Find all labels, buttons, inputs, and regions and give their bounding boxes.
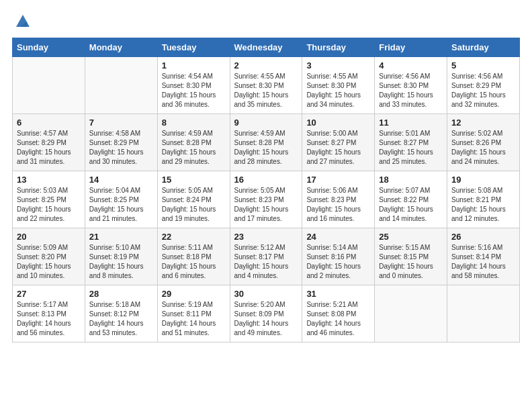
day-info: Sunrise: 5:03 AM Sunset: 8:25 PM Dayligh… bbox=[17, 186, 81, 224]
page: SundayMondayTuesdayWednesdayThursdayFrid… bbox=[0, 0, 532, 411]
calendar-cell: 18Sunrise: 5:07 AM Sunset: 8:22 PM Dayli… bbox=[375, 171, 447, 228]
day-number: 16 bbox=[234, 175, 298, 185]
weekday-header-thursday: Thursday bbox=[302, 38, 375, 57]
day-number: 23 bbox=[234, 232, 298, 242]
day-info: Sunrise: 5:17 AM Sunset: 8:13 PM Dayligh… bbox=[17, 300, 81, 338]
calendar-cell: 27Sunrise: 5:17 AM Sunset: 8:13 PM Dayli… bbox=[13, 285, 85, 342]
day-number: 4 bbox=[379, 60, 443, 71]
day-info: Sunrise: 5:20 AM Sunset: 8:09 PM Dayligh… bbox=[234, 300, 298, 338]
day-number: 29 bbox=[162, 289, 226, 299]
header bbox=[12, 12, 520, 31]
day-number: 28 bbox=[89, 289, 153, 299]
day-number: 3 bbox=[306, 60, 370, 71]
calendar-cell: 21Sunrise: 5:10 AM Sunset: 8:19 PM Dayli… bbox=[85, 228, 157, 285]
day-number: 31 bbox=[306, 289, 370, 299]
calendar-week-row: 27Sunrise: 5:17 AM Sunset: 8:13 PM Dayli… bbox=[13, 285, 520, 342]
day-number: 18 bbox=[379, 175, 443, 185]
calendar-cell bbox=[447, 285, 520, 342]
day-info: Sunrise: 5:04 AM Sunset: 8:25 PM Dayligh… bbox=[89, 186, 153, 224]
day-number: 1 bbox=[162, 60, 226, 71]
calendar-week-row: 6Sunrise: 4:57 AM Sunset: 8:29 PM Daylig… bbox=[13, 114, 520, 171]
day-info: Sunrise: 5:08 AM Sunset: 8:21 PM Dayligh… bbox=[451, 186, 515, 224]
day-number: 12 bbox=[451, 118, 515, 128]
calendar-cell: 31Sunrise: 5:21 AM Sunset: 8:08 PM Dayli… bbox=[302, 285, 375, 342]
calendar-cell bbox=[13, 57, 85, 114]
day-number: 26 bbox=[451, 232, 515, 242]
day-number: 25 bbox=[379, 232, 443, 242]
calendar-cell: 6Sunrise: 4:57 AM Sunset: 8:29 PM Daylig… bbox=[13, 114, 85, 171]
calendar-table: SundayMondayTuesdayWednesdayThursdayFrid… bbox=[12, 38, 520, 342]
day-info: Sunrise: 5:06 AM Sunset: 8:23 PM Dayligh… bbox=[306, 186, 370, 224]
day-info: Sunrise: 5:11 AM Sunset: 8:18 PM Dayligh… bbox=[162, 243, 226, 281]
day-number: 20 bbox=[17, 232, 81, 242]
calendar-cell: 15Sunrise: 5:05 AM Sunset: 8:24 PM Dayli… bbox=[157, 171, 230, 228]
day-info: Sunrise: 5:00 AM Sunset: 8:27 PM Dayligh… bbox=[306, 129, 370, 167]
calendar-cell: 5Sunrise: 4:56 AM Sunset: 8:29 PM Daylig… bbox=[447, 57, 520, 114]
day-number: 15 bbox=[162, 175, 226, 185]
calendar-cell: 20Sunrise: 5:09 AM Sunset: 8:20 PM Dayli… bbox=[13, 228, 85, 285]
weekday-header-monday: Monday bbox=[85, 38, 157, 57]
day-info: Sunrise: 5:14 AM Sunset: 8:16 PM Dayligh… bbox=[306, 243, 370, 281]
day-info: Sunrise: 4:54 AM Sunset: 8:30 PM Dayligh… bbox=[162, 72, 226, 109]
day-info: Sunrise: 5:21 AM Sunset: 8:08 PM Dayligh… bbox=[306, 300, 370, 338]
day-info: Sunrise: 5:05 AM Sunset: 8:24 PM Dayligh… bbox=[162, 186, 226, 224]
day-number: 11 bbox=[379, 118, 443, 128]
day-number: 17 bbox=[306, 175, 370, 185]
day-info: Sunrise: 5:18 AM Sunset: 8:12 PM Dayligh… bbox=[89, 300, 153, 338]
calendar-cell: 25Sunrise: 5:15 AM Sunset: 8:15 PM Dayli… bbox=[375, 228, 447, 285]
day-info: Sunrise: 4:55 AM Sunset: 8:30 PM Dayligh… bbox=[306, 72, 370, 109]
calendar-week-row: 13Sunrise: 5:03 AM Sunset: 8:25 PM Dayli… bbox=[13, 171, 520, 228]
calendar-cell: 13Sunrise: 5:03 AM Sunset: 8:25 PM Dayli… bbox=[13, 171, 85, 228]
weekday-header-saturday: Saturday bbox=[447, 38, 520, 57]
calendar-cell: 10Sunrise: 5:00 AM Sunset: 8:27 PM Dayli… bbox=[302, 114, 375, 171]
day-info: Sunrise: 4:57 AM Sunset: 8:29 PM Dayligh… bbox=[17, 129, 81, 167]
day-number: 9 bbox=[234, 118, 298, 128]
weekday-header-tuesday: Tuesday bbox=[157, 38, 230, 57]
day-info: Sunrise: 5:01 AM Sunset: 8:27 PM Dayligh… bbox=[379, 129, 443, 167]
calendar-cell: 11Sunrise: 5:01 AM Sunset: 8:27 PM Dayli… bbox=[375, 114, 447, 171]
calendar-cell: 17Sunrise: 5:06 AM Sunset: 8:23 PM Dayli… bbox=[302, 171, 375, 228]
day-number: 22 bbox=[162, 232, 226, 242]
weekday-header-sunday: Sunday bbox=[13, 38, 85, 57]
day-info: Sunrise: 5:19 AM Sunset: 8:11 PM Dayligh… bbox=[162, 300, 226, 338]
calendar-week-row: 20Sunrise: 5:09 AM Sunset: 8:20 PM Dayli… bbox=[13, 228, 520, 285]
calendar-cell: 26Sunrise: 5:16 AM Sunset: 8:14 PM Dayli… bbox=[447, 228, 520, 285]
day-number: 6 bbox=[17, 118, 81, 128]
weekday-header-wednesday: Wednesday bbox=[230, 38, 302, 57]
day-number: 14 bbox=[89, 175, 153, 185]
day-number: 2 bbox=[234, 60, 298, 71]
calendar-cell: 12Sunrise: 5:02 AM Sunset: 8:26 PM Dayli… bbox=[447, 114, 520, 171]
calendar-week-row: 1Sunrise: 4:54 AM Sunset: 8:30 PM Daylig… bbox=[13, 57, 520, 114]
day-info: Sunrise: 5:12 AM Sunset: 8:17 PM Dayligh… bbox=[234, 243, 298, 281]
calendar-cell: 8Sunrise: 4:59 AM Sunset: 8:28 PM Daylig… bbox=[157, 114, 230, 171]
calendar-header-row: SundayMondayTuesdayWednesdayThursdayFrid… bbox=[13, 38, 520, 57]
day-info: Sunrise: 4:59 AM Sunset: 8:28 PM Dayligh… bbox=[162, 129, 226, 167]
calendar-cell: 1Sunrise: 4:54 AM Sunset: 8:30 PM Daylig… bbox=[157, 57, 230, 114]
calendar-cell bbox=[375, 285, 447, 342]
day-info: Sunrise: 4:56 AM Sunset: 8:29 PM Dayligh… bbox=[451, 72, 515, 109]
day-info: Sunrise: 4:59 AM Sunset: 8:28 PM Dayligh… bbox=[234, 129, 298, 167]
calendar-cell: 29Sunrise: 5:19 AM Sunset: 8:11 PM Dayli… bbox=[157, 285, 230, 342]
day-number: 30 bbox=[234, 289, 298, 299]
calendar-cell: 9Sunrise: 4:59 AM Sunset: 8:28 PM Daylig… bbox=[230, 114, 302, 171]
day-number: 27 bbox=[17, 289, 81, 299]
day-info: Sunrise: 5:05 AM Sunset: 8:23 PM Dayligh… bbox=[234, 186, 298, 224]
day-info: Sunrise: 5:02 AM Sunset: 8:26 PM Dayligh… bbox=[451, 129, 515, 167]
day-info: Sunrise: 5:15 AM Sunset: 8:15 PM Dayligh… bbox=[379, 243, 443, 281]
calendar-cell: 19Sunrise: 5:08 AM Sunset: 8:21 PM Dayli… bbox=[447, 171, 520, 228]
day-info: Sunrise: 5:09 AM Sunset: 8:20 PM Dayligh… bbox=[17, 243, 81, 281]
day-number: 10 bbox=[306, 118, 370, 128]
day-info: Sunrise: 4:58 AM Sunset: 8:29 PM Dayligh… bbox=[89, 129, 153, 167]
calendar-cell: 16Sunrise: 5:05 AM Sunset: 8:23 PM Dayli… bbox=[230, 171, 302, 228]
day-number: 13 bbox=[17, 175, 81, 185]
day-number: 7 bbox=[89, 118, 153, 128]
day-number: 21 bbox=[89, 232, 153, 242]
calendar-cell: 30Sunrise: 5:20 AM Sunset: 8:09 PM Dayli… bbox=[230, 285, 302, 342]
calendar-cell: 3Sunrise: 4:55 AM Sunset: 8:30 PM Daylig… bbox=[302, 57, 375, 114]
logo bbox=[12, 12, 32, 31]
day-info: Sunrise: 4:55 AM Sunset: 8:30 PM Dayligh… bbox=[234, 72, 298, 109]
weekday-header-friday: Friday bbox=[375, 38, 447, 57]
day-info: Sunrise: 5:16 AM Sunset: 8:14 PM Dayligh… bbox=[451, 243, 515, 281]
day-info: Sunrise: 4:56 AM Sunset: 8:30 PM Dayligh… bbox=[379, 72, 443, 109]
day-number: 8 bbox=[162, 118, 226, 128]
